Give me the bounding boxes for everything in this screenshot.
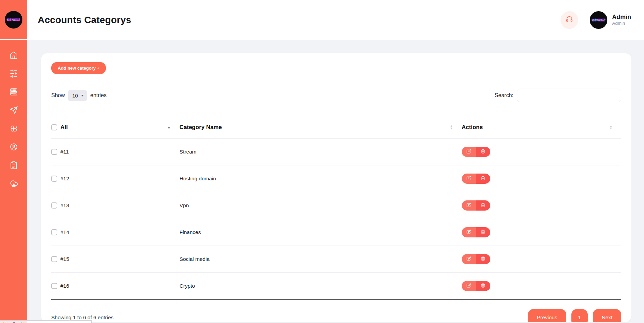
table-row: #15 Social media bbox=[51, 246, 621, 273]
sidebar-item-settings[interactable] bbox=[4, 65, 23, 83]
row-actions bbox=[462, 254, 490, 264]
edit-button[interactable] bbox=[462, 174, 476, 184]
sidebar-item-accounts[interactable] bbox=[4, 138, 23, 157]
sort-both-icon: ▲▼ bbox=[609, 125, 612, 130]
page-length-select-wrap: 10 bbox=[68, 90, 87, 101]
column-header-actions[interactable]: Actions ▲▼ bbox=[462, 119, 621, 139]
edit-button[interactable] bbox=[462, 281, 476, 291]
table-row: #16 Crypto bbox=[51, 273, 621, 300]
select-all-checkbox[interactable] bbox=[51, 124, 57, 130]
support-button[interactable] bbox=[561, 11, 578, 29]
row-id: #16 bbox=[60, 283, 69, 289]
row-name: Vpn bbox=[179, 202, 189, 208]
sidebar: GENISIZ bbox=[0, 0, 27, 323]
sidebar-item-home[interactable] bbox=[4, 47, 23, 65]
page-number-button[interactable]: 1 bbox=[571, 309, 588, 322]
column-header-category-name[interactable]: Category Name ▲▼ bbox=[179, 119, 462, 139]
row-checkbox[interactable] bbox=[51, 256, 57, 262]
delete-button[interactable] bbox=[476, 147, 490, 157]
search-input[interactable] bbox=[517, 89, 621, 102]
sort-both-icon: ▲▼ bbox=[450, 125, 453, 130]
row-name: Finances bbox=[179, 229, 201, 235]
edit-button[interactable] bbox=[462, 147, 476, 157]
delete-button[interactable] bbox=[476, 281, 490, 291]
card-header: Add new category + bbox=[41, 53, 631, 81]
page-length-select[interactable]: 10 bbox=[68, 90, 87, 101]
main-column: Accounts Categorys GENISIZ Admin Admin A… bbox=[27, 0, 644, 323]
row-actions bbox=[462, 227, 490, 237]
sidebar-logo[interactable]: GENISIZ bbox=[0, 0, 27, 40]
row-name: Hosting domain bbox=[179, 176, 216, 181]
headset-icon bbox=[566, 16, 573, 24]
delete-button[interactable] bbox=[476, 174, 490, 184]
sidebar-item-send[interactable] bbox=[4, 102, 23, 120]
page-length-control: Show 10 entries bbox=[51, 90, 107, 101]
delete-button[interactable] bbox=[476, 254, 490, 264]
edit-button[interactable] bbox=[462, 200, 476, 211]
link-preview-status-bar: https://genisiz... bbox=[0, 320, 92, 323]
home-icon bbox=[10, 51, 18, 61]
trash-icon bbox=[481, 256, 485, 262]
entries-label: entries bbox=[90, 92, 107, 98]
previous-page-button[interactable]: Previous bbox=[528, 309, 566, 322]
edit-icon bbox=[467, 230, 471, 235]
table-row: #11 Stream bbox=[51, 139, 621, 165]
row-id: #13 bbox=[60, 202, 69, 209]
categories-card: Add new category + Show 10 entries bbox=[41, 53, 631, 322]
sidebar-item-alerts[interactable] bbox=[4, 175, 23, 193]
edit-button[interactable] bbox=[462, 227, 476, 237]
trash-icon bbox=[481, 283, 485, 289]
entries-summary: Showing 1 to 6 of 6 entries bbox=[51, 315, 114, 321]
row-checkbox[interactable] bbox=[51, 202, 57, 209]
row-name: Stream bbox=[179, 149, 196, 155]
card-body: Show 10 entries Search: bbox=[41, 81, 631, 322]
row-actions bbox=[462, 147, 490, 157]
user-name: Admin bbox=[612, 13, 631, 21]
cloud-warning-icon bbox=[10, 179, 18, 189]
trash-icon bbox=[481, 149, 485, 155]
trash-icon bbox=[481, 203, 485, 208]
table-row: #13 Vpn bbox=[51, 192, 621, 219]
delete-button[interactable] bbox=[476, 200, 490, 211]
next-page-button[interactable]: Next bbox=[593, 309, 621, 322]
row-checkbox[interactable] bbox=[51, 149, 57, 155]
column-all-label: All bbox=[60, 124, 68, 131]
row-actions bbox=[462, 174, 490, 184]
column-category-name-label: Category Name bbox=[179, 124, 222, 131]
row-checkbox[interactable] bbox=[51, 283, 57, 289]
table-body: #11 Stream #12 Hosting domain bbox=[51, 139, 621, 300]
table-footer: Showing 1 to 6 of 6 entries Previous 1 N… bbox=[51, 300, 621, 322]
row-name: Social media bbox=[179, 256, 210, 262]
delete-button[interactable] bbox=[476, 227, 490, 237]
edit-icon bbox=[467, 149, 471, 155]
add-category-button[interactable]: Add new category + bbox=[51, 62, 106, 74]
row-checkbox[interactable] bbox=[51, 176, 57, 182]
content-area: Add new category + Show 10 entries bbox=[27, 40, 644, 323]
sidebar-item-reports[interactable] bbox=[4, 157, 23, 175]
pagination: Previous 1 Next bbox=[528, 309, 621, 322]
row-id: #11 bbox=[60, 149, 69, 155]
server-icon bbox=[10, 88, 18, 97]
sidebar-item-services[interactable] bbox=[4, 120, 23, 138]
column-header-all[interactable]: All ▲ bbox=[51, 119, 179, 139]
trash-icon bbox=[481, 176, 485, 181]
user-meta: Admin Admin bbox=[612, 13, 631, 26]
edit-button[interactable] bbox=[462, 254, 476, 264]
genisiz-logo: GENISIZ bbox=[5, 11, 22, 29]
sidebar-item-servers[interactable] bbox=[4, 83, 23, 102]
user-menu[interactable]: GENISIZ Admin Admin bbox=[590, 11, 631, 29]
table-row: #14 Finances bbox=[51, 219, 621, 246]
search-label: Search: bbox=[495, 92, 513, 98]
row-id: #15 bbox=[60, 256, 69, 262]
globe-user-icon bbox=[10, 143, 18, 152]
row-checkbox[interactable] bbox=[51, 229, 57, 235]
topbar: Accounts Categorys GENISIZ Admin Admin bbox=[27, 0, 644, 40]
send-icon bbox=[10, 106, 18, 116]
page-title: Accounts Categorys bbox=[38, 15, 131, 25]
sidebar-nav bbox=[4, 40, 23, 193]
table-header-row: All ▲ Category Name ▲▼ bbox=[51, 119, 621, 139]
row-id: #14 bbox=[60, 229, 69, 235]
row-actions bbox=[462, 281, 490, 291]
row-name: Crypto bbox=[179, 283, 195, 289]
row-id: #12 bbox=[60, 176, 69, 182]
